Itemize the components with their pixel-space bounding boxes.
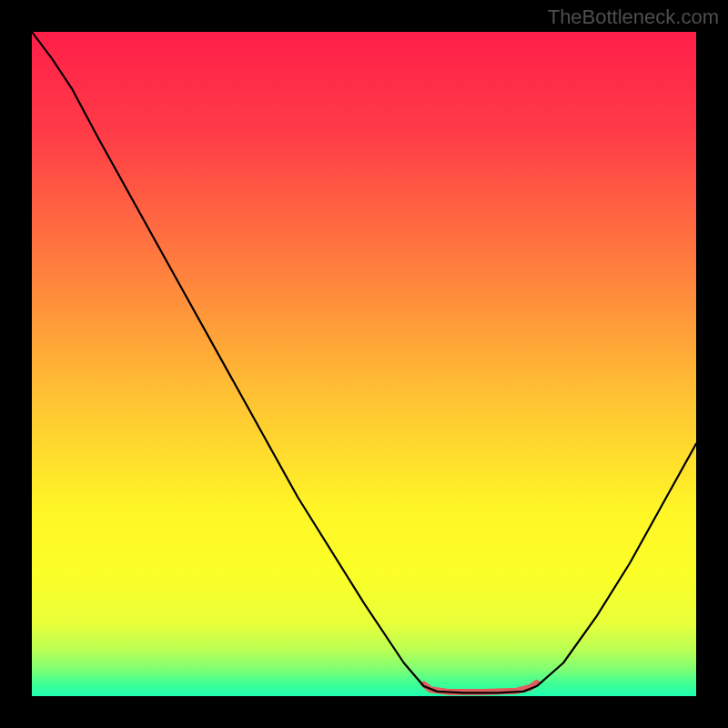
bottleneck-curve <box>32 32 696 693</box>
watermark-text: TheBottleneck.com <box>548 5 719 29</box>
curve-layer <box>32 32 696 696</box>
plot-area <box>32 32 696 696</box>
